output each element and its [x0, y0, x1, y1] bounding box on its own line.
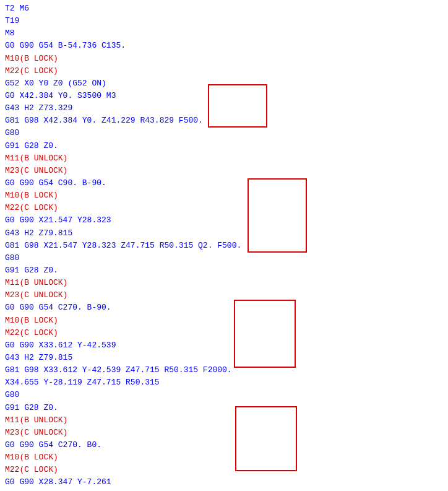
code-line-12: M11(B UNLOCK)	[5, 152, 443, 165]
code-line-37: M22(C LOCK)	[5, 464, 443, 476]
code-line-25: M10(B LOCK)	[5, 315, 443, 327]
code-line-19: G81 G98 X21.547 Y28.323 Z47.715 R50.315 …	[5, 240, 443, 252]
code-line-30: X34.655 Y-28.119 Z47.715 R50.315	[5, 376, 443, 389]
code-line-31: G80	[5, 389, 443, 401]
code-line-26: M22(C LOCK)	[5, 327, 443, 339]
code-line-8: G43 H2 Z73.329	[5, 102, 443, 115]
code-line-32: G91 G28 Z0.	[5, 402, 443, 414]
code-line-5: M22(C LOCK)	[5, 65, 443, 77]
code-line-38: G0 G90 X28.347 Y-7.261	[5, 476, 443, 489]
code-line-16: M22(C LOCK)	[5, 202, 443, 214]
code-line-13: M23(C UNLOCK)	[5, 165, 443, 177]
code-line-35: G0 G90 G54 C270. B0.	[5, 439, 443, 451]
code-line-9: G81 G98 X42.384 Y0. Z41.229 R43.829 F500…	[5, 115, 443, 127]
code-line-28: G43 H2 Z79.815	[5, 352, 443, 364]
code-line-24: G0 G90 G54 C270. B-90.	[5, 302, 443, 314]
code-line-14: G0 G90 G54 C90. B-90.	[5, 177, 443, 189]
code-line-18: G43 H2 Z79.815	[5, 227, 443, 240]
code-line-10: G80	[5, 127, 443, 139]
code-line-4: M10(B LOCK)	[5, 53, 443, 65]
code-line-7: G0 X42.384 Y0. S3500 M3	[5, 90, 443, 102]
code-line-29: G81 G98 X33.612 Y-42.539 Z47.715 R50.315…	[5, 364, 443, 376]
code-content: T2 M6T19M8G0 G90 G54 B-54.736 C135.M10(B…	[0, 0, 448, 491]
code-line-27: G0 G90 X33.612 Y-42.539	[5, 339, 443, 352]
code-line-20: G80	[5, 252, 443, 264]
code-line-2: M8	[5, 27, 443, 40]
code-line-34: M23(C UNLOCK)	[5, 427, 443, 439]
code-line-11: G91 G28 Z0.	[5, 140, 443, 152]
code-line-0: T2 M6	[5, 2, 443, 15]
code-line-15: M10(B LOCK)	[5, 189, 443, 202]
code-line-36: M10(B LOCK)	[5, 451, 443, 464]
code-line-22: M11(B UNLOCK)	[5, 277, 443, 289]
code-line-21: G91 G28 Z0.	[5, 264, 443, 277]
code-line-6: G52 X0 Y0 Z0 (G52 ON)	[5, 77, 443, 90]
code-line-23: M23(C UNLOCK)	[5, 289, 443, 302]
code-line-1: T19	[5, 15, 443, 27]
code-line-39: G43 H2 Z30.5	[5, 489, 443, 491]
code-line-33: M11(B UNLOCK)	[5, 414, 443, 427]
code-line-3: G0 G90 G54 B-54.736 C135.	[5, 40, 443, 52]
code-line-17: G0 G90 X21.547 Y28.323	[5, 214, 443, 227]
